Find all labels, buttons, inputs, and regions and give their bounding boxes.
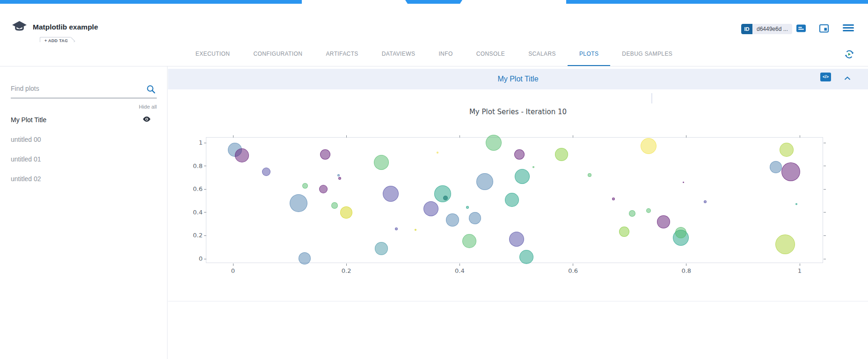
y-tick-label: 0.2 xyxy=(185,232,203,239)
plot-panel-header: My Plot Title xyxy=(168,69,868,89)
x-tick-label: 0 xyxy=(223,267,243,274)
scatter-point xyxy=(704,200,707,203)
plot-item-label: untitled 01 xyxy=(11,155,41,163)
x-tick-top xyxy=(800,135,800,138)
y-tick-label: 0.6 xyxy=(185,185,203,192)
scatter-point xyxy=(515,169,530,184)
scatter-point xyxy=(781,162,800,181)
plots-sidebar: Find plots Hide all My Plot Title untitl… xyxy=(0,66,168,359)
scatter-point xyxy=(374,155,389,170)
scatter-point xyxy=(337,174,340,176)
app-header: Matplotlib example + ADD TAG ID d6449e6d… xyxy=(0,4,868,42)
x-tick-top xyxy=(460,135,460,138)
scatter-point xyxy=(476,173,493,190)
id-badge: ID xyxy=(741,24,752,34)
y-tick-right xyxy=(824,166,826,166)
scatter-point xyxy=(795,203,797,205)
scatter-point xyxy=(415,229,416,231)
scatter-point xyxy=(302,183,308,189)
tab-info[interactable]: INFO xyxy=(427,42,464,66)
y-tick-right xyxy=(824,259,826,259)
scatter-point xyxy=(319,185,328,193)
auto-refresh-icon[interactable] xyxy=(844,49,855,60)
id-value: d6449e6d ... xyxy=(752,24,792,34)
y-tick-right xyxy=(824,235,826,236)
view-code-icon[interactable]: </> xyxy=(820,73,831,81)
x-tick xyxy=(233,264,233,266)
x-tick-label: 0.2 xyxy=(336,267,357,274)
sidebar-item-untitled-01[interactable]: untitled 01 xyxy=(11,150,157,169)
collapse-chevron-up-icon[interactable] xyxy=(844,74,851,82)
modebar-divider xyxy=(651,93,652,103)
plot-area[interactable]: 00.20.40.60.8100.20.40.60.81 xyxy=(206,137,823,263)
tab-scalars[interactable]: SCALARS xyxy=(517,42,568,66)
x-tick-top xyxy=(686,135,686,138)
scatter-point xyxy=(675,227,686,238)
visibility-eye-icon[interactable] xyxy=(142,116,151,124)
scatter-point xyxy=(434,185,451,202)
scatter-point xyxy=(262,168,270,176)
details-panel-icon[interactable] xyxy=(819,23,829,34)
experiment-title: Matplotlib example xyxy=(33,23,98,31)
hide-all-link[interactable]: Hide all xyxy=(11,104,157,110)
y-tick-label: 0.4 xyxy=(185,209,203,216)
hamburger-menu-icon[interactable] xyxy=(843,24,854,31)
scatter-point xyxy=(469,212,481,224)
panel-bottom-divider xyxy=(168,301,868,301)
scatter-point xyxy=(290,194,307,212)
scatter-point xyxy=(331,202,338,209)
scatter-point xyxy=(383,186,399,202)
scatter-point xyxy=(555,148,568,161)
sidebar-item-untitled-02[interactable]: untitled 02 xyxy=(11,169,157,188)
scatter-point xyxy=(235,148,249,162)
scatter-point xyxy=(466,206,469,209)
tab-artifacts[interactable]: ARTIFACTS xyxy=(314,42,370,66)
tab-plots[interactable]: PLOTS xyxy=(568,42,610,66)
scatter-point xyxy=(770,161,782,173)
plot-item-label: untitled 02 xyxy=(11,175,41,183)
experiment-id[interactable]: ID d6449e6d ... xyxy=(741,24,792,34)
x-tick-top xyxy=(346,135,347,138)
y-tick-label: 0.8 xyxy=(185,162,203,169)
x-tick xyxy=(686,264,686,266)
y-tick-label: 1 xyxy=(185,139,203,146)
search-input[interactable]: Find plots xyxy=(11,84,157,98)
tab-debug-samples[interactable]: DEBUG SAMPLES xyxy=(610,42,684,66)
scatter-point xyxy=(423,201,438,216)
scatter-point xyxy=(657,215,670,228)
chart-title: My Plot Series - Iteration 10 xyxy=(168,108,868,116)
x-tick xyxy=(346,264,347,266)
tab-console[interactable]: CONSOLE xyxy=(465,42,517,66)
sidebar-item-untitled-00[interactable]: untitled 00 xyxy=(11,130,157,149)
comments-icon[interactable] xyxy=(796,23,806,34)
scatter-point xyxy=(443,196,448,200)
tab-execution[interactable]: EXECUTION xyxy=(184,42,242,66)
experiment-icon xyxy=(12,21,27,35)
tab-dataviews[interactable]: DATAVIEWS xyxy=(370,42,427,66)
sidebar-item-my-plot-title[interactable]: My Plot Title xyxy=(11,110,157,129)
tab-configuration[interactable]: CONFIGURATION xyxy=(241,42,314,66)
scatter-point xyxy=(338,177,341,180)
y-tick xyxy=(204,143,206,143)
scatter-point xyxy=(320,149,330,160)
y-tick-right xyxy=(824,189,826,190)
y-tick-right xyxy=(824,212,826,212)
scatter-point xyxy=(780,143,794,157)
tab-bar: EXECUTION CONFIGURATION ARTIFACTS DATAVI… xyxy=(0,42,868,66)
y-tick xyxy=(204,212,206,212)
scatter-point xyxy=(588,173,591,177)
y-tick xyxy=(204,166,206,166)
scatter-point xyxy=(395,227,398,230)
y-tick-label: 0 xyxy=(185,255,203,262)
scatter-point xyxy=(532,166,534,168)
x-tick-label: 0.4 xyxy=(449,267,470,274)
scatter-point xyxy=(641,138,656,154)
x-tick-label: 0.6 xyxy=(563,267,584,274)
scatter-point xyxy=(486,135,502,151)
x-tick-top xyxy=(573,135,573,138)
scatter-point xyxy=(299,252,311,264)
x-tick-label: 0.8 xyxy=(676,267,697,274)
plot-item-label: My Plot Title xyxy=(11,116,46,124)
x-tick-top xyxy=(233,135,233,138)
scatter-point xyxy=(619,227,629,237)
